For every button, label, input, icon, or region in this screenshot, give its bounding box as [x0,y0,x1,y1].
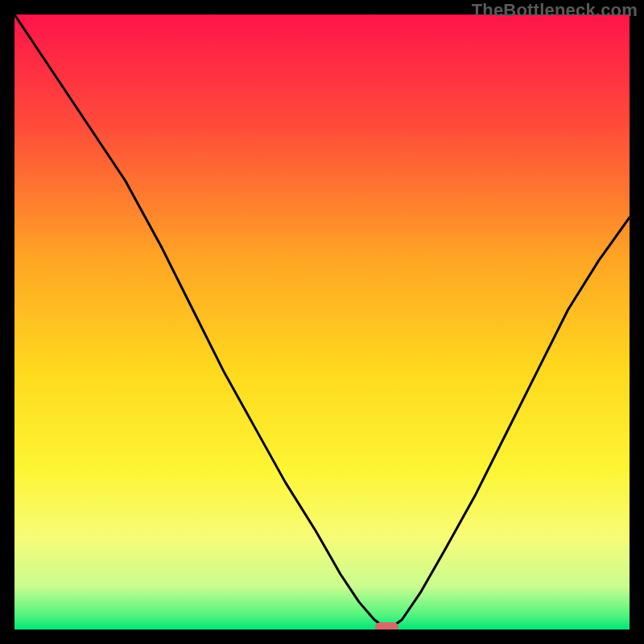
chart-frame: TheBottleneck.com [0,0,644,644]
plot-area [14,14,630,630]
chart-svg [14,14,630,630]
gradient-background [14,14,630,630]
watermark-text: TheBottleneck.com [472,0,638,21]
optimal-marker [375,622,398,630]
